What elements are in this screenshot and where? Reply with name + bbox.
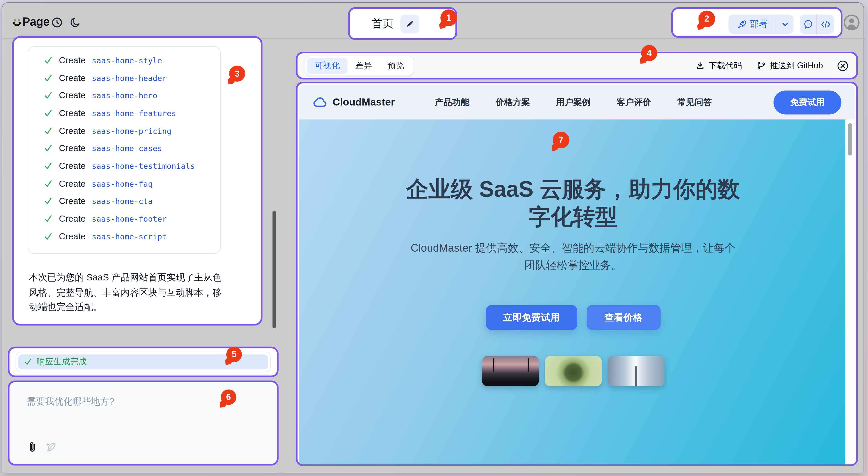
task-action: Create xyxy=(59,179,86,189)
deploy-button-label: 部署 xyxy=(750,19,768,30)
hero-title-line1: 企业级 SaaS 云服务，助力你的数 xyxy=(299,175,847,203)
nav-testimonials[interactable]: 客户评价 xyxy=(617,96,651,108)
deploy-button-group: 部署 xyxy=(728,14,794,34)
hero-subtitle-line1: CloudMaster 提供高效、安全、智能的云端协作与数据管理，让每个 xyxy=(299,239,847,257)
deploy-toolbar-box: 2 部署 xyxy=(671,7,842,38)
task-file-link[interactable]: saas-home-pricing xyxy=(92,126,172,135)
composer-placeholder: 需要我优化哪些地方? xyxy=(27,396,115,408)
annotation-badge-4: 4 xyxy=(641,45,657,61)
smile-logo-icon xyxy=(12,19,22,28)
task-action: Create xyxy=(59,196,86,206)
task-file-link[interactable]: saas-home-footer xyxy=(92,214,167,223)
preview-site-header: CloudMaster 产品功能 价格方案 用户案例 客户评价 常见问答 免费试… xyxy=(299,85,855,120)
preview-scrollbar-track[interactable] xyxy=(845,120,855,466)
cloud-logo-icon xyxy=(312,97,328,108)
chat-bubble-icon xyxy=(803,20,813,29)
hero-title-line2: 字化转型 xyxy=(299,203,847,231)
preview-brand: CloudMaster xyxy=(312,96,395,108)
check-icon xyxy=(44,214,53,223)
task-row: Createsaas-home-header xyxy=(28,69,220,87)
hero-subtitle: CloudMaster 提供高效、安全、智能的云端协作与数据管理，让每个 团队轻… xyxy=(299,239,847,274)
nav-cases[interactable]: 用户案例 xyxy=(556,96,591,108)
push-to-github-label: 推送到 GitHub xyxy=(770,60,823,71)
close-circle-icon xyxy=(837,60,848,71)
task-row: Createsaas-home-pricing xyxy=(28,122,220,140)
check-icon xyxy=(44,232,53,241)
screenshot-stage: Page 首页 1 2 部署 xyxy=(0,0,868,476)
rename-page-button[interactable] xyxy=(400,14,419,33)
history-clock-icon[interactable] xyxy=(49,14,65,30)
free-trial-nav-button[interactable]: 免费试用 xyxy=(774,90,841,114)
annotation-badge-1: 1 xyxy=(440,9,457,26)
task-file-link[interactable]: saas-home-header xyxy=(92,74,167,82)
task-row: Createsaas-home-footer xyxy=(28,210,220,228)
app-logo: Page xyxy=(12,14,50,29)
chat-scrollbar[interactable] xyxy=(273,210,276,328)
rocket-icon xyxy=(737,20,746,29)
task-action: Create xyxy=(59,143,86,154)
task-action: Create xyxy=(59,126,86,136)
nav-features[interactable]: 产品功能 xyxy=(435,96,469,108)
task-action: Create xyxy=(59,73,86,83)
user-avatar[interactable] xyxy=(843,14,860,31)
hero-primary-cta-button[interactable]: 立即免费试用 xyxy=(486,305,577,330)
task-action: Create xyxy=(59,214,86,224)
check-icon xyxy=(44,144,53,153)
tab-preview[interactable]: 预览 xyxy=(380,58,412,73)
deploy-button[interactable]: 部署 xyxy=(728,14,776,34)
task-row: Createsaas-home-cases xyxy=(28,140,220,158)
push-to-github-button[interactable]: 推送到 GitHub xyxy=(757,60,823,71)
task-action: Create xyxy=(59,231,86,241)
preview-scrollbar-thumb[interactable] xyxy=(848,124,852,156)
hero-subtitle-line2: 团队轻松掌控业务。 xyxy=(299,257,847,274)
attach-file-button[interactable] xyxy=(27,441,38,453)
light-tower-photo xyxy=(608,356,664,386)
task-action: Create xyxy=(59,91,86,101)
tab-visualize[interactable]: 可视化 xyxy=(307,58,348,73)
assistant-summary-text: 本次已为您的 SaaS 产品网站首页实现了主从色风格、完整导航、丰富内容区块与互… xyxy=(29,270,228,314)
annotation-badge-3: 3 xyxy=(229,66,245,82)
download-code-button[interactable]: 下载代码 xyxy=(695,60,742,71)
page-title: 首页 xyxy=(372,16,394,31)
nav-pricing[interactable]: 价格方案 xyxy=(496,96,530,108)
task-file-link[interactable]: saas-home-cta xyxy=(92,197,153,206)
paperclip-icon xyxy=(27,441,38,453)
hero-cta-row: 立即免费试用 查看价格 xyxy=(299,305,847,330)
task-file-link[interactable]: saas-home-cases xyxy=(92,144,162,153)
dark-mode-moon-icon[interactable] xyxy=(67,14,83,30)
view-code-button[interactable] xyxy=(817,14,834,34)
annotation-badge-6: 6 xyxy=(221,389,237,405)
task-file-link[interactable]: saas-home-style xyxy=(92,56,162,65)
hero-title: 企业级 SaaS 云服务，助力你的数 字化转型 xyxy=(299,120,847,231)
check-icon xyxy=(44,162,53,170)
feedback-chat-button[interactable] xyxy=(800,14,816,34)
task-row: Createsaas-home-style xyxy=(28,52,220,69)
ai-write-button[interactable] xyxy=(44,440,58,453)
moss-frog-photo xyxy=(545,356,601,386)
task-file-link[interactable]: saas-home-features xyxy=(92,109,176,118)
hero-secondary-cta-button[interactable]: 查看价格 xyxy=(586,305,660,330)
pencil-icon xyxy=(405,19,415,28)
task-file-link[interactable]: saas-home-testimonials xyxy=(92,162,195,170)
task-file-link[interactable]: saas-home-hero xyxy=(92,91,157,100)
annotation-number: 4 xyxy=(647,48,652,58)
annotation-number: 1 xyxy=(446,13,451,23)
tab-diff[interactable]: 差异 xyxy=(347,58,380,73)
chat-composer[interactable]: 需要我优化哪些地方? 6 xyxy=(8,380,278,466)
secondary-button-group xyxy=(800,14,834,34)
task-action: Create xyxy=(59,55,86,65)
code-icon xyxy=(820,20,831,28)
generated-files-card: Createsaas-home-style Createsaas-home-he… xyxy=(28,46,221,254)
annotation-number: 5 xyxy=(231,349,237,360)
task-file-link[interactable]: saas-home-faq xyxy=(92,179,153,188)
annotation-badge-5: 5 xyxy=(226,347,242,362)
viewer-toolbar: 可视化 差异 预览 下载代码 推送到 GitHub 4 xyxy=(296,52,858,79)
hero-image-row xyxy=(299,356,847,386)
feather-quill-icon xyxy=(44,440,58,453)
close-viewer-button[interactable] xyxy=(837,60,848,71)
task-file-link[interactable]: saas-home-script xyxy=(92,232,167,241)
nav-faq[interactable]: 常见问答 xyxy=(677,96,712,108)
check-icon xyxy=(44,197,53,206)
deploy-options-button[interactable] xyxy=(776,14,794,34)
annotation-badge-7: 7 xyxy=(553,132,569,148)
